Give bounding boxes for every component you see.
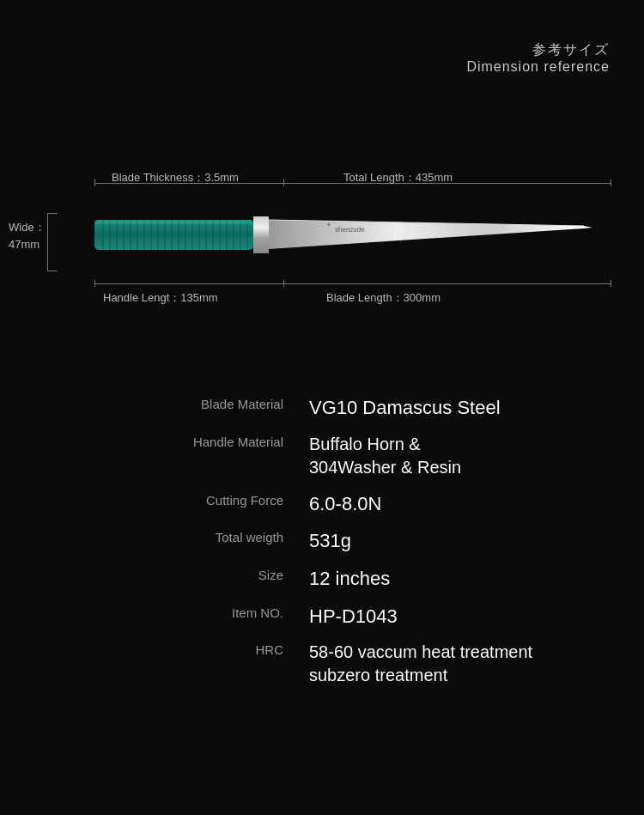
spec-label: HRC	[120, 641, 309, 657]
page-container: 参考サイズ Dimension reference Blade Thicknes…	[0, 0, 644, 815]
spec-label: Item NO.	[120, 604, 309, 620]
knife-illustration: shenzude ✦	[94, 196, 592, 273]
wide-bracket	[47, 213, 58, 271]
header-japanese: 参考サイズ	[466, 41, 610, 59]
spec-label: Blade Material	[120, 395, 309, 411]
header-english: Dimension reference	[466, 59, 610, 75]
blade-length-label: Blade Length：300mm	[326, 290, 440, 306]
spec-value: 58-60 vaccum heat treatment subzero trea…	[309, 641, 618, 687]
svg-marker-27	[584, 226, 592, 228]
spec-value: 6.0-8.0N	[309, 491, 618, 517]
svg-rect-0	[94, 220, 253, 250]
spec-label: Size	[120, 566, 309, 582]
svg-text:shenzude: shenzude	[335, 226, 365, 234]
spec-row: Size12 inches	[120, 566, 618, 592]
spec-label: Total weigth	[120, 528, 309, 544]
blade-thickness-label: Blade Thickness：3.5mm	[112, 170, 239, 186]
spec-value: HP-D1043	[309, 604, 618, 629]
svg-rect-23	[94, 220, 253, 224]
spec-label: Cutting Force	[120, 491, 309, 508]
spec-row: Total weigth531g	[120, 528, 618, 554]
specs-table: Blade MaterialVG10 Damascus SteelHandle …	[120, 395, 618, 699]
spec-row: HRC58-60 vaccum heat treatment subzero t…	[120, 641, 618, 687]
spec-row: Handle MaterialBuffalo Horn & 304Washer …	[120, 433, 618, 479]
spec-row: Blade MaterialVG10 Damascus Steel	[120, 395, 618, 421]
dimension-header: 参考サイズ Dimension reference	[466, 41, 610, 75]
spec-value: VG10 Damascus Steel	[309, 395, 618, 421]
spec-label: Handle Material	[120, 433, 309, 449]
svg-marker-26	[269, 220, 584, 249]
spec-row: Cutting Force6.0-8.0N	[120, 491, 618, 517]
spec-value: 531g	[309, 528, 618, 554]
svg-text:✦: ✦	[326, 222, 331, 228]
wide-label: Wide： 47mm	[9, 219, 46, 252]
svg-rect-25	[253, 216, 269, 253]
total-length-label: Total Length：435mm	[343, 170, 453, 186]
handle-length-label: Handle Lengt：135mm	[103, 290, 218, 306]
spec-row: Item NO.HP-D1043	[120, 604, 618, 629]
spec-value: 12 inches	[309, 566, 618, 592]
spec-value: Buffalo Horn & 304Washer & Resin	[309, 433, 618, 479]
